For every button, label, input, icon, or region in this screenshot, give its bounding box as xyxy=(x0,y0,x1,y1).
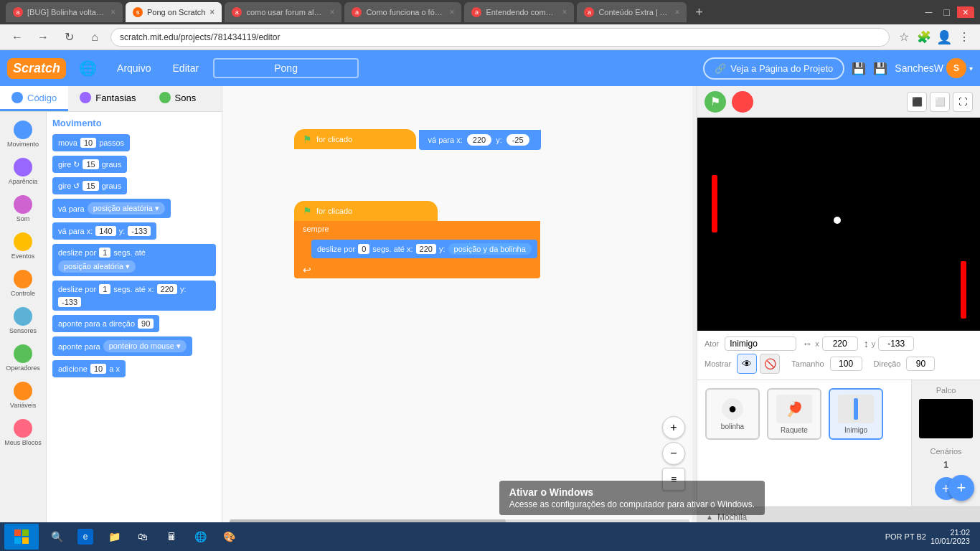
block-deslize-xy-input1[interactable]: 1 xyxy=(99,284,110,294)
cat-variaveis[interactable]: Variáveis xyxy=(7,379,39,412)
stage-normal-button[interactable]: ⬜ xyxy=(930,92,950,112)
zoom-out-button[interactable]: − xyxy=(662,442,685,465)
tab-code[interactable]: Código xyxy=(0,86,68,111)
block-aponte-direcao[interactable]: aponte para a direção 90 xyxy=(52,315,216,332)
user-avatar[interactable]: S xyxy=(946,58,966,78)
tab-close-pong[interactable]: × xyxy=(209,7,215,17)
block-mova-input[interactable]: 10 xyxy=(80,138,96,148)
motion-deslize-input1[interactable]: 0 xyxy=(358,244,369,254)
user-chevron-icon[interactable]: ▾ xyxy=(969,65,973,72)
sprite-name-input[interactable] xyxy=(725,336,796,351)
sprite-x-input[interactable] xyxy=(822,336,858,351)
green-flag-button[interactable]: ⚑ xyxy=(705,91,726,113)
new-tab-button[interactable]: + xyxy=(689,3,708,22)
block-va-para-dropdown[interactable]: posição aleatória ▾ xyxy=(88,202,165,215)
motion-y-value[interactable]: -25 xyxy=(507,134,529,146)
cat-sensores[interactable]: Sensores xyxy=(6,304,39,337)
motion-deslize-input2[interactable]: 220 xyxy=(416,244,436,254)
globe-icon[interactable]: 🌐 xyxy=(73,57,103,80)
sprite-y-input[interactable] xyxy=(878,336,914,351)
block-deslize-xy[interactable]: deslize por 1 segs. até x: 220 y: -133 xyxy=(52,281,216,311)
sprite-size-input[interactable] xyxy=(830,357,862,371)
block-adicione-input[interactable]: 10 xyxy=(90,364,106,374)
zoom-in-button[interactable]: + xyxy=(662,416,685,439)
profile-button[interactable]: 👤 xyxy=(936,29,953,46)
tab-pong[interactable]: S Pong on Scratch × xyxy=(126,2,222,22)
block-va-para-x-input[interactable]: 140 xyxy=(95,226,116,236)
event-block-1[interactable]: ⚑ for clicado xyxy=(294,129,416,149)
taskbar-explorer[interactable]: 📁 xyxy=(100,524,128,549)
cat-controle[interactable]: Controle xyxy=(8,267,38,300)
close-window-button[interactable]: × xyxy=(957,6,974,18)
cat-eventos[interactable]: Eventos xyxy=(9,230,38,263)
tab-sounds[interactable]: Sons xyxy=(148,86,208,111)
show-visible-button[interactable]: 👁 xyxy=(737,354,757,374)
tab-bug[interactable]: a [BUG] Bolinha volta do... × xyxy=(6,2,123,22)
minimize-button[interactable]: ─ xyxy=(920,6,936,18)
arquivo-menu[interactable]: Arquivo xyxy=(110,58,158,78)
cat-movimento[interactable]: Movimento xyxy=(4,118,42,151)
block-deslize-xy-input2[interactable]: 220 xyxy=(157,284,177,294)
stage-small-button[interactable]: ⬛ xyxy=(907,92,927,112)
sprite-item-raquete[interactable]: 🏓 Raquete xyxy=(767,388,821,440)
motion-deslize-block[interactable]: deslize por 0 segs. até x: 220 y: posiçã… xyxy=(311,240,537,258)
cat-som[interactable]: Som xyxy=(11,192,35,225)
block-mova[interactable]: mova 10 passos xyxy=(52,134,216,151)
block-va-para[interactable]: vá para posição aleatória ▾ xyxy=(52,199,216,218)
block-gire-ccw[interactable]: gire ↺ 15 graus xyxy=(52,177,216,194)
stage-thumbnail[interactable] xyxy=(919,399,973,438)
tab-close-forum1[interactable]: × xyxy=(329,7,334,17)
taskbar-calculator[interactable]: 🖩 xyxy=(158,524,185,549)
control-sempre-block[interactable]: sempre xyxy=(294,221,540,237)
block-aponte-para-dropdown[interactable]: ponteiro do mouse ▾ xyxy=(103,340,187,352)
forward-button[interactable]: → xyxy=(33,27,53,47)
sprite-item-bolinha[interactable]: ● bolinha xyxy=(705,388,760,440)
more-button[interactable]: ⋮ xyxy=(956,29,973,46)
taskbar-chrome[interactable]: 🌐 xyxy=(187,524,214,549)
motion-deslize-oval[interactable]: posição y da bolinha xyxy=(448,243,532,255)
block-deslize-xy-input3[interactable]: -133 xyxy=(58,297,81,307)
cat-operadores[interactable]: Operadores xyxy=(3,342,43,375)
start-button[interactable] xyxy=(4,524,39,550)
tab-forum1[interactable]: a como usar forum alura... × xyxy=(225,2,341,22)
editar-menu[interactable]: Editar xyxy=(166,58,207,78)
taskbar-paint[interactable]: 🎨 xyxy=(215,524,242,549)
stage-canvas[interactable] xyxy=(697,118,980,331)
maximize-button[interactable]: □ xyxy=(939,6,953,18)
address-bar[interactable]: scratch.mit.edu/projects/781434119/edito… xyxy=(110,28,890,47)
view-project-button[interactable]: 🔗 Veja a Página do Projeto xyxy=(703,57,844,80)
tab-close-forum2[interactable]: × xyxy=(449,7,454,17)
tab-extra[interactable]: a Conteúdo Extra | Alura... × xyxy=(577,2,687,22)
show-hidden-button[interactable]: 🚫 xyxy=(760,354,780,374)
block-va-para-y-input[interactable]: -133 xyxy=(128,226,151,236)
tab-close-bug[interactable]: × xyxy=(110,7,116,17)
cat-aparencia[interactable]: Aparência xyxy=(6,155,41,188)
tab-forum2[interactable]: a Como funciona o fórum... × xyxy=(344,2,461,22)
block-deslize-a-dropdown[interactable]: posição aleatória ▾ xyxy=(58,260,136,273)
motion-x-value[interactable]: 220 xyxy=(467,134,491,146)
block-aponte-para[interactable]: aponte para ponteiro do mouse ▾ xyxy=(52,336,216,356)
cat-meus-blocos[interactable]: Meus Blocos xyxy=(1,416,44,449)
motion-block-1[interactable]: vá para x: 220 y: -25 xyxy=(419,130,541,150)
tab-close-extra[interactable]: × xyxy=(674,7,679,17)
bookmark-button[interactable]: ☆ xyxy=(895,29,913,46)
taskbar-search[interactable]: 🔍 xyxy=(43,524,70,549)
tab-forum3[interactable]: a Entendendo como fun... × xyxy=(464,2,574,22)
home-button[interactable]: ⌂ xyxy=(85,27,105,47)
extensions-button[interactable]: 🧩 xyxy=(915,29,933,46)
block-aponte-direcao-input[interactable]: 90 xyxy=(138,319,154,329)
block-gire-cw[interactable]: gire ↻ 15 graus xyxy=(52,156,216,173)
tab-costumes[interactable]: Fantasias xyxy=(68,86,147,111)
code-canvas[interactable]: ⚑ for clicado vá para x: 220 y: -25 ⚑ fo… xyxy=(222,86,697,527)
block-gire-cw-input[interactable]: 15 xyxy=(83,159,98,169)
block-va-para-xy[interactable]: vá para x: 140 y: -133 xyxy=(52,222,216,240)
back-button[interactable]: ← xyxy=(7,27,27,47)
stop-button[interactable] xyxy=(732,91,753,113)
taskbar-store[interactable]: 🛍 xyxy=(129,524,156,549)
block-deslize-aleatoria[interactable]: deslize por 1 segs. até posição aleatóri… xyxy=(52,244,216,276)
block-adicione[interactable]: adicione 10 a x xyxy=(52,360,216,377)
sprite-direction-input[interactable] xyxy=(906,357,935,371)
canvas-resize-handle[interactable] xyxy=(692,86,697,527)
refresh-button[interactable]: ↻ xyxy=(59,27,79,47)
block-deslize-a-input[interactable]: 1 xyxy=(99,248,110,258)
